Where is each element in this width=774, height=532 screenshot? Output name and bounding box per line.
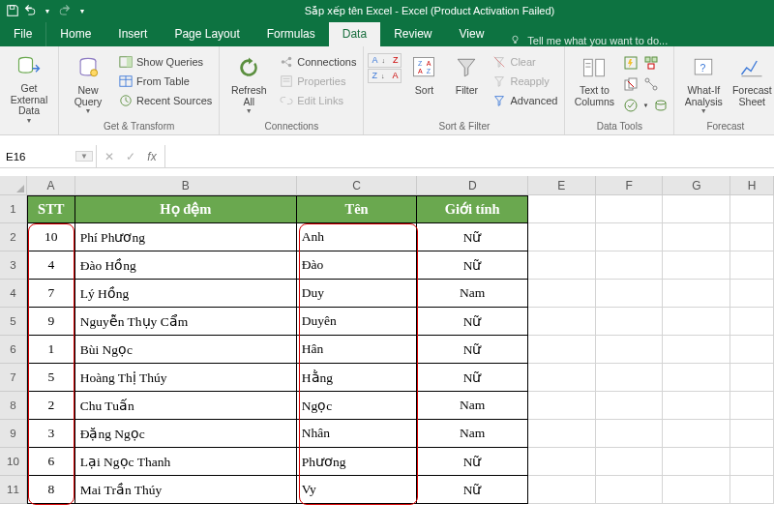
cell[interactable] bbox=[663, 420, 730, 448]
cell[interactable] bbox=[730, 223, 774, 251]
cell[interactable] bbox=[663, 280, 730, 308]
qat-customize-icon[interactable]: ▼ bbox=[75, 4, 89, 17]
cell[interactable] bbox=[730, 392, 774, 420]
cell[interactable] bbox=[528, 392, 596, 420]
cell[interactable] bbox=[596, 308, 664, 336]
cell[interactable] bbox=[663, 308, 730, 336]
cell[interactable] bbox=[730, 476, 774, 504]
cell[interactable] bbox=[596, 476, 664, 504]
consolidate-button[interactable] bbox=[642, 54, 660, 72]
cell[interactable] bbox=[730, 280, 774, 308]
sort-asc-button[interactable]: A↓Z bbox=[368, 53, 402, 68]
cell[interactable] bbox=[730, 336, 774, 364]
cell-stt[interactable]: 4 bbox=[27, 251, 75, 280]
cell[interactable] bbox=[596, 420, 664, 448]
remove-duplicates-button[interactable] bbox=[622, 75, 640, 93]
cell-hodem[interactable]: Bùi Ngọc bbox=[75, 336, 297, 364]
row-header[interactable]: 8 bbox=[0, 392, 27, 420]
cell[interactable] bbox=[663, 364, 730, 392]
cell[interactable] bbox=[528, 195, 596, 223]
cell-gioitinh[interactable]: Nam bbox=[417, 280, 528, 308]
show-queries-button[interactable]: Show Queries bbox=[116, 53, 215, 71]
filter-button[interactable]: Filter bbox=[446, 49, 487, 115]
cell[interactable] bbox=[663, 336, 730, 364]
cell[interactable] bbox=[528, 251, 596, 280]
cell[interactable] bbox=[528, 223, 596, 251]
cell[interactable] bbox=[730, 448, 774, 476]
tab-insert[interactable]: Insert bbox=[104, 22, 161, 46]
undo-dropdown-icon[interactable]: ▼ bbox=[41, 4, 54, 17]
column-header-H[interactable]: H bbox=[730, 176, 774, 195]
column-header-B[interactable]: B bbox=[75, 176, 297, 195]
cell-ten[interactable]: Hân bbox=[297, 336, 418, 364]
column-header-F[interactable]: F bbox=[596, 176, 664, 195]
tab-home[interactable]: Home bbox=[46, 22, 104, 46]
redo-icon[interactable] bbox=[58, 4, 72, 17]
cell-ten[interactable]: Vy bbox=[297, 476, 418, 504]
sort-button[interactable]: ZAAZ Sort bbox=[404, 49, 443, 115]
cell[interactable] bbox=[663, 223, 730, 251]
cell[interactable] bbox=[596, 364, 664, 392]
cell-hodem[interactable]: Hoàng Thị Thúy bbox=[75, 364, 297, 392]
cell[interactable] bbox=[596, 448, 664, 476]
cell-gioitinh[interactable]: Nữ bbox=[417, 448, 528, 476]
cell-hodem[interactable]: Đặng Ngọc bbox=[75, 420, 297, 448]
row-header[interactable]: 7 bbox=[0, 364, 27, 392]
enter-formula-icon[interactable]: ✓ bbox=[120, 150, 141, 163]
cell-hodem[interactable]: Lý Hồng bbox=[75, 280, 297, 308]
cell-gioitinh[interactable]: Nữ bbox=[417, 336, 528, 364]
cell[interactable] bbox=[528, 448, 596, 476]
cell-hodem[interactable]: Nguyễn Thụy Cẩm bbox=[75, 308, 297, 336]
cell-ten[interactable]: Nhân bbox=[297, 420, 418, 448]
tab-page-layout[interactable]: Page Layout bbox=[161, 22, 253, 46]
cell-gioitinh[interactable]: Nữ bbox=[417, 251, 528, 280]
text-to-columns-button[interactable]: Text to Columns bbox=[569, 49, 619, 115]
cell-stt[interactable]: 3 bbox=[27, 420, 75, 448]
edit-links-button[interactable]: Edit Links bbox=[277, 92, 359, 109]
cell[interactable] bbox=[528, 280, 596, 308]
flash-fill-button[interactable] bbox=[622, 54, 640, 72]
cell[interactable] bbox=[663, 392, 730, 420]
column-header-A[interactable]: A bbox=[27, 176, 75, 195]
manage-data-model-button[interactable] bbox=[652, 97, 670, 114]
cell-stt[interactable]: 1 bbox=[27, 336, 75, 364]
cell-gioitinh[interactable]: Nam bbox=[417, 392, 528, 420]
cell[interactable] bbox=[663, 448, 730, 476]
header-hodem[interactable]: Họ đệm bbox=[75, 195, 297, 223]
cell[interactable] bbox=[663, 195, 730, 223]
name-box-dropdown-icon[interactable]: ▼ bbox=[75, 151, 93, 162]
cell-ten[interactable]: Phương bbox=[297, 448, 418, 476]
refresh-all-button[interactable]: Refresh All ▼ bbox=[223, 49, 274, 115]
row-header[interactable]: 10 bbox=[0, 448, 27, 476]
cell[interactable] bbox=[730, 195, 774, 223]
advanced-button[interactable]: Advanced bbox=[490, 92, 560, 109]
cell-stt[interactable]: 2 bbox=[27, 392, 75, 420]
cell-stt[interactable]: 5 bbox=[27, 364, 75, 392]
cell-ten[interactable]: Đào bbox=[297, 251, 418, 280]
cell[interactable] bbox=[730, 308, 774, 336]
cell[interactable] bbox=[596, 195, 664, 223]
row-header[interactable]: 3 bbox=[0, 251, 27, 280]
cell[interactable] bbox=[528, 364, 596, 392]
tab-review[interactable]: Review bbox=[380, 22, 445, 46]
row-header[interactable]: 1 bbox=[0, 195, 27, 223]
cell[interactable] bbox=[528, 336, 596, 364]
undo-icon[interactable] bbox=[23, 4, 37, 17]
cell-hodem[interactable]: Lại Ngọc Thanh bbox=[75, 448, 297, 476]
reapply-button[interactable]: Reapply bbox=[490, 73, 560, 90]
cell[interactable] bbox=[596, 336, 664, 364]
column-header-E[interactable]: E bbox=[528, 176, 596, 195]
tab-file[interactable]: File bbox=[0, 22, 46, 46]
new-query-button[interactable]: New Query ▼ bbox=[63, 49, 113, 115]
cell-ten[interactable]: Ngọc bbox=[297, 392, 418, 420]
row-header[interactable]: 11 bbox=[0, 476, 27, 504]
cell[interactable] bbox=[730, 420, 774, 448]
header-ten[interactable]: Tên bbox=[297, 195, 418, 223]
column-header-G[interactable]: G bbox=[663, 176, 730, 195]
cell[interactable] bbox=[730, 251, 774, 280]
cancel-formula-icon[interactable]: ✕ bbox=[99, 150, 120, 163]
cell-stt[interactable]: 7 bbox=[27, 280, 75, 308]
fx-icon[interactable]: fx bbox=[141, 150, 163, 163]
column-header-D[interactable]: D bbox=[417, 176, 528, 195]
cell[interactable] bbox=[663, 476, 730, 504]
